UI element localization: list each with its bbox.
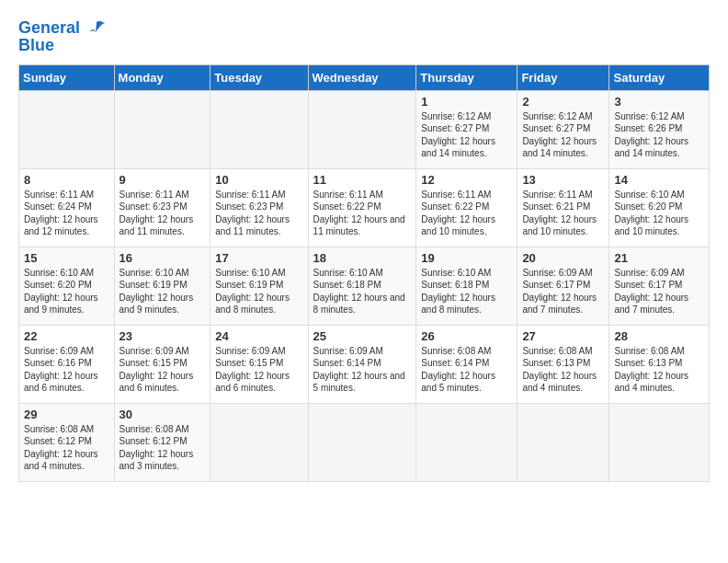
weekday-header-monday: Monday [114, 64, 210, 90]
calendar-cell: 15 Sunrise: 6:10 AMSunset: 6:20 PMDaylig… [19, 247, 115, 325]
logo-blue: Blue [18, 37, 107, 55]
day-number: 14 [614, 173, 704, 187]
calendar-cell: 10 Sunrise: 6:11 AMSunset: 6:23 PMDaylig… [210, 168, 308, 247]
calendar-cell: 11 Sunrise: 6:11 AMSunset: 6:22 PMDaylig… [308, 168, 416, 247]
day-info: Sunrise: 6:09 AMSunset: 6:17 PMDaylight:… [614, 267, 704, 316]
calendar-cell [308, 90, 416, 168]
logo-bird-icon [86, 18, 107, 39]
day-info: Sunrise: 6:10 AMSunset: 6:19 PMDaylight:… [119, 267, 206, 316]
calendar-cell: 3 Sunrise: 6:12 AMSunset: 6:26 PMDayligh… [609, 90, 710, 168]
day-info: Sunrise: 6:11 AMSunset: 6:22 PMDaylight:… [313, 189, 412, 238]
calendar-cell: 23 Sunrise: 6:09 AMSunset: 6:15 PMDaylig… [114, 325, 210, 403]
day-number: 25 [313, 329, 412, 343]
day-number: 11 [313, 173, 412, 187]
calendar-cell: 13 Sunrise: 6:11 AMSunset: 6:21 PMDaylig… [518, 168, 609, 247]
day-info: Sunrise: 6:10 AMSunset: 6:20 PMDaylight:… [24, 267, 109, 316]
day-info: Sunrise: 6:08 AMSunset: 6:14 PMDaylight:… [421, 345, 512, 395]
calendar-cell: 12 Sunrise: 6:11 AMSunset: 6:22 PMDaylig… [416, 168, 518, 247]
calendar-cell: 22 Sunrise: 6:09 AMSunset: 6:16 PMDaylig… [19, 325, 115, 403]
weekday-header-wednesday: Wednesday [308, 64, 416, 90]
day-info: Sunrise: 6:10 AMSunset: 6:20 PMDaylight:… [614, 189, 704, 238]
day-info: Sunrise: 6:09 AMSunset: 6:17 PMDaylight:… [522, 267, 604, 316]
calendar-cell: 20 Sunrise: 6:09 AMSunset: 6:17 PMDaylig… [518, 247, 609, 325]
day-number: 12 [421, 173, 512, 187]
day-info: Sunrise: 6:12 AMSunset: 6:26 PMDaylight:… [614, 110, 704, 160]
day-info: Sunrise: 6:09 AMSunset: 6:15 PMDaylight:… [215, 345, 302, 395]
day-info: Sunrise: 6:11 AMSunset: 6:23 PMDaylight:… [119, 189, 206, 238]
day-info: Sunrise: 6:08 AMSunset: 6:12 PMDaylight:… [119, 423, 206, 473]
day-number: 30 [119, 408, 206, 421]
calendar-cell: 26 Sunrise: 6:08 AMSunset: 6:14 PMDaylig… [416, 325, 518, 403]
weekday-header-sunday: Sunday [19, 64, 115, 90]
calendar-cell: 25 Sunrise: 6:09 AMSunset: 6:14 PMDaylig… [308, 325, 416, 403]
day-number: 28 [614, 329, 704, 343]
day-info: Sunrise: 6:10 AMSunset: 6:19 PMDaylight:… [215, 267, 302, 316]
calendar-cell: 29 Sunrise: 6:08 AMSunset: 6:12 PMDaylig… [19, 403, 115, 481]
day-number: 29 [24, 408, 109, 421]
day-number: 9 [119, 173, 206, 187]
weekday-header-friday: Friday [518, 64, 609, 90]
day-info: Sunrise: 6:10 AMSunset: 6:18 PMDaylight:… [421, 267, 512, 316]
calendar-table: SundayMondayTuesdayWednesdayThursdayFrid… [18, 64, 710, 482]
calendar-cell: 21 Sunrise: 6:09 AMSunset: 6:17 PMDaylig… [609, 247, 710, 325]
calendar-cell [19, 90, 115, 168]
calendar-cell [210, 90, 308, 168]
logo: General Blue [18, 18, 107, 55]
day-number: 22 [24, 329, 109, 343]
calendar-cell: 2 Sunrise: 6:12 AMSunset: 6:27 PMDayligh… [518, 90, 609, 168]
calendar-cell [114, 90, 210, 168]
calendar-cell: 14 Sunrise: 6:10 AMSunset: 6:20 PMDaylig… [609, 168, 710, 247]
day-info: Sunrise: 6:10 AMSunset: 6:18 PMDaylight:… [313, 267, 412, 316]
weekday-header-tuesday: Tuesday [210, 64, 308, 90]
calendar-cell [308, 403, 416, 481]
calendar-cell: 30 Sunrise: 6:08 AMSunset: 6:12 PMDaylig… [114, 403, 210, 481]
day-info: Sunrise: 6:08 AMSunset: 6:13 PMDaylight:… [522, 345, 604, 395]
day-info: Sunrise: 6:12 AMSunset: 6:27 PMDaylight:… [522, 110, 604, 160]
day-info: Sunrise: 6:11 AMSunset: 6:21 PMDaylight:… [522, 189, 604, 238]
day-info: Sunrise: 6:12 AMSunset: 6:27 PMDaylight:… [421, 110, 512, 160]
day-number: 26 [421, 329, 512, 343]
calendar-cell: 9 Sunrise: 6:11 AMSunset: 6:23 PMDayligh… [114, 168, 210, 247]
day-info: Sunrise: 6:09 AMSunset: 6:14 PMDaylight:… [313, 345, 412, 395]
day-number: 8 [24, 173, 109, 187]
day-info: Sunrise: 6:11 AMSunset: 6:23 PMDaylight:… [215, 189, 302, 238]
calendar-cell [609, 403, 710, 481]
day-info: Sunrise: 6:08 AMSunset: 6:13 PMDaylight:… [614, 345, 704, 395]
day-number: 10 [215, 173, 302, 187]
day-info: Sunrise: 6:08 AMSunset: 6:12 PMDaylight:… [24, 423, 109, 473]
day-number: 16 [119, 251, 206, 265]
day-number: 27 [522, 329, 604, 343]
calendar-cell: 1 Sunrise: 6:12 AMSunset: 6:27 PMDayligh… [416, 90, 518, 168]
logo-general: General [18, 18, 80, 37]
calendar-cell: 16 Sunrise: 6:10 AMSunset: 6:19 PMDaylig… [114, 247, 210, 325]
day-number: 20 [522, 251, 604, 265]
day-number: 2 [522, 95, 604, 109]
calendar-cell [210, 403, 308, 481]
weekday-header-thursday: Thursday [416, 64, 518, 90]
day-number: 1 [421, 95, 512, 109]
calendar-cell: 19 Sunrise: 6:10 AMSunset: 6:18 PMDaylig… [416, 247, 518, 325]
weekday-header-saturday: Saturday [609, 64, 710, 90]
calendar-cell: 27 Sunrise: 6:08 AMSunset: 6:13 PMDaylig… [518, 325, 609, 403]
day-info: Sunrise: 6:11 AMSunset: 6:22 PMDaylight:… [421, 189, 512, 238]
day-info: Sunrise: 6:11 AMSunset: 6:24 PMDaylight:… [24, 189, 109, 238]
day-number: 13 [522, 173, 604, 187]
calendar-cell [518, 403, 609, 481]
day-info: Sunrise: 6:09 AMSunset: 6:16 PMDaylight:… [24, 345, 109, 395]
day-number: 19 [421, 251, 512, 265]
day-number: 23 [119, 329, 206, 343]
day-number: 15 [24, 251, 109, 265]
calendar-cell [416, 403, 518, 481]
day-number: 17 [215, 251, 302, 265]
calendar-cell: 8 Sunrise: 6:11 AMSunset: 6:24 PMDayligh… [19, 168, 115, 247]
day-number: 24 [215, 329, 302, 343]
calendar-cell: 24 Sunrise: 6:09 AMSunset: 6:15 PMDaylig… [210, 325, 308, 403]
day-number: 21 [614, 251, 704, 265]
day-info: Sunrise: 6:09 AMSunset: 6:15 PMDaylight:… [119, 345, 206, 395]
calendar-cell: 28 Sunrise: 6:08 AMSunset: 6:13 PMDaylig… [609, 325, 710, 403]
day-number: 3 [614, 95, 704, 109]
calendar-cell: 17 Sunrise: 6:10 AMSunset: 6:19 PMDaylig… [210, 247, 308, 325]
day-number: 18 [313, 251, 412, 265]
calendar-cell: 18 Sunrise: 6:10 AMSunset: 6:18 PMDaylig… [308, 247, 416, 325]
